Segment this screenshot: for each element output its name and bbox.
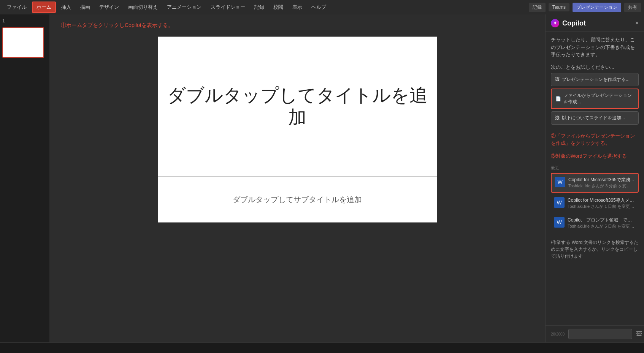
word-icon-1: W <box>554 197 565 208</box>
file-item-2[interactable]: W Copilot プロンプト領域 でビジ... Toshiaki.Irie さ… <box>551 214 639 232</box>
file-item-1[interactable]: W Copilot for Microsoft365導入メリ... Toshia… <box>551 194 639 212</box>
file-info-2: Copilot プロンプト領域 でビジ... Toshiaki.Irie さんが… <box>568 217 636 229</box>
copilot-body: チャットしたり、質問に答えたり、このプレゼンテーションの下書き作成を手伝ったりで… <box>546 32 644 325</box>
copilot-logo-icon: ✦ <box>551 19 559 27</box>
copilot-try-label: 次のことをお試しください... <box>551 64 639 71</box>
create-from-file-label: ファイルからプレゼンテーションを作成... <box>563 92 634 105</box>
slide-number: 1 <box>2 18 47 24</box>
slide-subtitle-text: ダブルタップしてサブタイトルを追加 <box>233 195 362 205</box>
copilot-input[interactable] <box>568 329 632 339</box>
menu-home[interactable]: ホーム <box>32 2 56 13</box>
create-from-file-button[interactable]: 📄 ファイルからプレゼンテーションを作成... <box>551 89 639 109</box>
menu-view[interactable]: 表示 <box>289 2 306 12</box>
slide-canvas[interactable]: ダブルタップしてタイトルを追加 ダブルタップしてサブタイトルを追加 <box>158 36 437 223</box>
copilot-hint: /作業する Word 文書のリンクを検索するために文字を入力するか、リンクをコピ… <box>551 239 639 260</box>
recent-files-section: 最近 W Copilot for Microsoft365で業務... Tosh… <box>551 165 639 234</box>
bottom-bar <box>0 342 644 353</box>
char-count: 20/2000 <box>551 332 565 336</box>
slide-title-area[interactable]: ダブルタップしてタイトルを追加 <box>158 37 437 177</box>
file-meta-2: Toshiaki.Irie さんが 5 日前 を変更しま... <box>568 223 636 229</box>
menu-help[interactable]: ヘルプ <box>308 2 330 12</box>
copilot-try-section: 次のことをお試しください... 🖼 プレゼンテーションを作成する... 📄 ファ… <box>551 64 639 127</box>
slide-panel: 1 <box>0 14 49 342</box>
menu-transitions[interactable]: 画面切り替え <box>124 2 162 12</box>
copilot-header: ✦ Copilot × <box>546 14 644 32</box>
main-area: 1 ①ホームタブをクリックしCopilotを表示する。 ダブルタップしてタイトル… <box>0 14 644 342</box>
share-button[interactable]: 共有 <box>624 3 641 12</box>
record-button[interactable]: 記録 <box>529 3 546 12</box>
present-button[interactable]: プレゼンテーション <box>573 3 621 12</box>
menu-review[interactable]: 校閲 <box>270 2 287 12</box>
slide-edit-area: ①ホームタブをクリックしCopilotを表示する。 ダブルタップしてタイトルを追… <box>49 14 545 342</box>
image-button[interactable]: 🖼 <box>634 329 644 339</box>
create-from-file-icon: 📄 <box>555 96 561 101</box>
copilot-close-button[interactable]: × <box>635 20 639 27</box>
add-slide-icon: 🖼 <box>555 115 560 120</box>
menu-slideshow[interactable]: スライドショー <box>207 2 249 12</box>
recent-label: 最近 <box>551 165 639 171</box>
copilot-title-text: Copilot <box>562 19 586 27</box>
add-slide-label: 以下についてスライドを追加... <box>562 115 625 121</box>
menu-design[interactable]: デザイン <box>95 2 123 12</box>
file-item-0[interactable]: W Copilot for Microsoft365で業務... Toshiak… <box>551 173 639 193</box>
menu-insert[interactable]: 挿入 <box>57 2 75 12</box>
menu-record[interactable]: 記録 <box>251 2 268 12</box>
copilot-title: ✦ Copilot <box>551 19 586 27</box>
instruction-2: ②「ファイルからプレゼンテーションを作成」をクリックする。 <box>551 132 639 147</box>
teams-button[interactable]: Teams <box>549 3 569 11</box>
file-meta-1: Toshiaki.Irie さんが 1 日前 を変更しま... <box>568 204 636 209</box>
copilot-footer: 20/2000 🖼 🎙 ➤ <box>546 325 644 342</box>
file-name-2: Copilot プロンプト領域 でビジ... <box>568 217 636 223</box>
file-info-1: Copilot for Microsoft365導入メリ... Toshiaki… <box>568 197 636 209</box>
menu-animations[interactable]: アニメーション <box>163 2 205 12</box>
file-meta-0: Toshiaki.Irie さんが 3 分前 を変更しま... <box>568 183 635 189</box>
instruction-1: ①ホームタブをクリックしCopilotを表示する。 <box>61 22 173 29</box>
create-presentation-button[interactable]: 🖼 プレゼンテーションを作成する... <box>551 73 639 86</box>
create-presentation-label: プレゼンテーションを作成する... <box>562 76 630 83</box>
create-presentation-icon: 🖼 <box>555 77 560 82</box>
copilot-panel: ✦ Copilot × チャットしたり、質問に答えたり、このプレゼンテーションの… <box>545 14 644 342</box>
menu-file[interactable]: ファイル <box>3 2 30 12</box>
add-slide-button[interactable]: 🖼 以下についてスライドを追加... <box>551 111 639 125</box>
slide-thumbnail-1[interactable] <box>2 27 44 58</box>
copilot-description: チャットしたり、質問に答えたり、このプレゼンテーションの下書き作成を手伝ったりで… <box>551 36 639 59</box>
file-name-1: Copilot for Microsoft365導入メリ... <box>568 197 636 204</box>
top-right-actions: 記録 Teams プレゼンテーション 共有 <box>529 3 641 12</box>
word-icon-0: W <box>555 177 565 187</box>
slide-title-text: ダブルタップしてタイトルを追加 <box>166 84 429 128</box>
instruction-3: ③対象のWordファイルを選択する <box>551 152 639 160</box>
word-icon-2: W <box>554 217 565 228</box>
menu-draw[interactable]: 描画 <box>76 2 94 12</box>
menu-bar: ファイル ホーム 挿入 描画 デザイン 画面切り替え アニメーション スライドシ… <box>0 0 644 14</box>
file-name-0: Copilot for Microsoft365で業務... <box>568 177 635 183</box>
slide-subtitle-area[interactable]: ダブルタップしてサブタイトルを追加 <box>158 177 437 222</box>
file-info-0: Copilot for Microsoft365で業務... Toshiaki.… <box>568 177 635 189</box>
